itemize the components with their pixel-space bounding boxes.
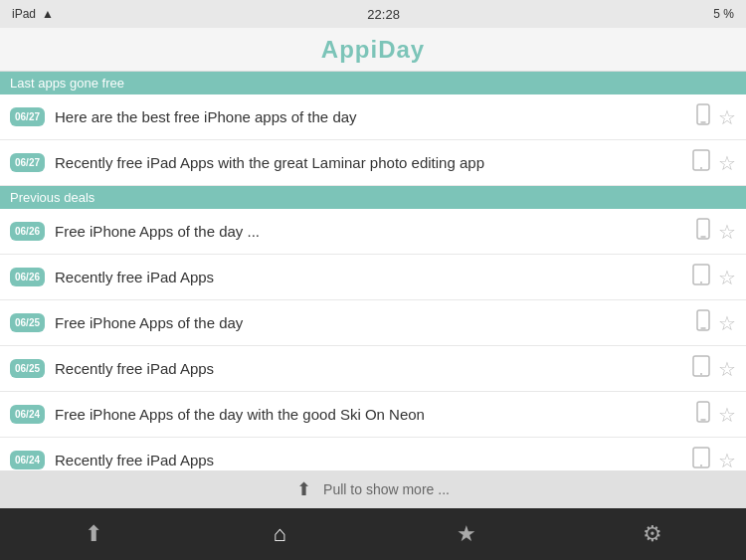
star-icon[interactable]: ☆ xyxy=(718,449,736,471)
app-header: AppiDay xyxy=(0,28,746,72)
list-item[interactable]: 06/26Free iPhone Apps of the day ... ☆ xyxy=(0,209,746,255)
upload-tab-icon: ⬆ xyxy=(85,521,102,547)
iphone-icon xyxy=(696,309,710,336)
tab-home[interactable]: ⌂ xyxy=(240,521,319,547)
tab-gear[interactable]: ⚙ xyxy=(613,521,692,547)
date-badge: 06/25 xyxy=(10,313,45,332)
star-icon[interactable]: ☆ xyxy=(718,105,736,129)
svg-rect-8 xyxy=(697,310,709,330)
svg-point-15 xyxy=(700,465,702,467)
item-icons: ☆ xyxy=(696,103,736,130)
item-icons: ☆ xyxy=(696,309,736,336)
item-text: Here are the best free iPhone apps of th… xyxy=(55,108,696,125)
item-icons: ☆ xyxy=(692,149,736,176)
star-icon[interactable]: ☆ xyxy=(718,311,736,335)
item-text: Recently free iPad Apps xyxy=(55,452,692,468)
star-icon[interactable]: ☆ xyxy=(718,357,736,381)
ipad-icon xyxy=(692,149,710,176)
iphone-icon xyxy=(696,401,710,428)
date-badge: 06/27 xyxy=(10,153,45,172)
svg-point-7 xyxy=(700,281,702,283)
list-item[interactable]: 06/25Free iPhone Apps of the day ☆ xyxy=(0,300,746,346)
list-item[interactable]: 06/27Here are the best free iPhone apps … xyxy=(0,94,746,140)
pull-to-show-area[interactable]: ⬆ Pull to show more ... xyxy=(0,470,746,508)
item-text: Recently free iPad Apps with the great L… xyxy=(55,154,692,171)
date-badge: 06/24 xyxy=(10,405,45,424)
tab-bar: ⬆ ⌂ ★ ⚙ xyxy=(0,508,746,560)
list-item[interactable]: 06/24Recently free iPad Apps ☆ xyxy=(0,438,746,470)
list-item[interactable]: 06/27Recently free iPad Apps with the gr… xyxy=(0,140,746,186)
item-icons: ☆ xyxy=(692,264,736,290)
list-item[interactable]: 06/25Recently free iPad Apps ☆ xyxy=(0,346,746,392)
section-header-previous-deals: Previous deals xyxy=(0,186,746,209)
star-icon[interactable]: ☆ xyxy=(718,266,736,289)
item-icons: ☆ xyxy=(692,355,736,382)
date-badge: 06/27 xyxy=(10,107,45,126)
wifi-icon: ▲ xyxy=(42,7,54,21)
star-icon[interactable]: ☆ xyxy=(718,151,736,175)
date-badge: 06/26 xyxy=(10,268,45,286)
upload-icon: ⬆ xyxy=(296,478,311,500)
item-text: Free iPhone Apps of the day xyxy=(55,314,696,331)
status-bar: iPad ▲ 22:28 5 % xyxy=(0,0,746,28)
star-tab-icon: ★ xyxy=(457,521,476,547)
date-badge: 06/24 xyxy=(10,451,45,469)
tab-upload[interactable]: ⬆ xyxy=(54,521,133,547)
status-battery: 5 % xyxy=(713,7,734,21)
list-item[interactable]: 06/24Free iPhone Apps of the day with th… xyxy=(0,392,746,438)
star-icon[interactable]: ☆ xyxy=(718,220,736,244)
gear-tab-icon: ⚙ xyxy=(643,521,662,547)
date-badge: 06/26 xyxy=(10,222,45,241)
list-container: Last apps gone free06/27Here are the bes… xyxy=(0,72,746,470)
svg-rect-0 xyxy=(697,104,709,124)
date-badge: 06/25 xyxy=(10,359,45,378)
iphone-icon xyxy=(696,103,710,130)
item-icons: ☆ xyxy=(692,447,736,470)
item-text: Free iPhone Apps of the day ... xyxy=(55,223,696,240)
content-area: Last apps gone free06/27Here are the bes… xyxy=(0,72,746,470)
home-tab-icon: ⌂ xyxy=(274,521,286,547)
app-logo: AppiDay xyxy=(321,36,425,64)
ipad-icon xyxy=(692,447,710,470)
item-text: Recently free iPad Apps xyxy=(55,269,692,285)
status-device: iPad xyxy=(12,7,36,21)
item-icons: ☆ xyxy=(696,401,736,428)
status-time: 22:28 xyxy=(367,7,400,22)
tab-star[interactable]: ★ xyxy=(427,521,506,547)
app-title-text: AppiDay xyxy=(321,36,425,63)
svg-rect-4 xyxy=(697,219,709,239)
ipad-icon xyxy=(692,264,710,290)
section-header-last-apps-gone-free: Last apps gone free xyxy=(0,72,746,94)
item-text: Recently free iPad Apps xyxy=(55,360,692,377)
ipad-icon xyxy=(692,355,710,382)
item-icons: ☆ xyxy=(696,218,736,245)
svg-rect-12 xyxy=(697,402,709,422)
svg-point-11 xyxy=(700,373,702,375)
pull-to-show-text: Pull to show more ... xyxy=(323,481,450,497)
svg-point-3 xyxy=(700,167,702,169)
status-left: iPad ▲ xyxy=(12,7,54,21)
list-item[interactable]: 06/26Recently free iPad Apps ☆ xyxy=(0,255,746,300)
item-text: Free iPhone Apps of the day with the goo… xyxy=(55,406,696,423)
iphone-icon xyxy=(696,218,710,245)
star-icon[interactable]: ☆ xyxy=(718,403,736,427)
